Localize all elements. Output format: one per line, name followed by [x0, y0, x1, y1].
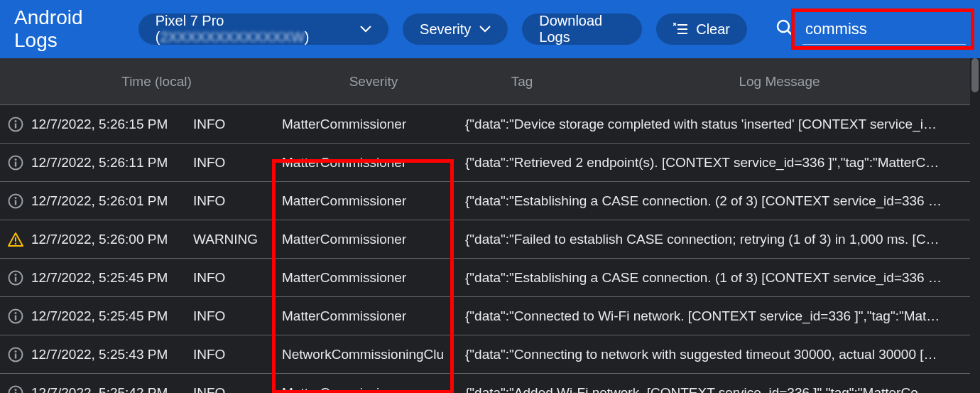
download-logs-button[interactable]: Download Logs — [522, 14, 642, 45]
cell-tag: NetworkCommissioningClu — [282, 347, 465, 362]
cell-severity: INFO — [193, 193, 282, 209]
chevron-down-icon — [479, 26, 491, 33]
cell-message: {"data":"Device storage completed with s… — [465, 117, 980, 132]
col-header-severity: Severity — [282, 74, 465, 90]
col-header-time: Time (local) — [31, 74, 282, 90]
table-row[interactable]: 12/7/2022, 5:26:01 PMINFOMatterCommissio… — [0, 182, 980, 220]
download-logs-label: Download Logs — [539, 13, 625, 45]
svg-point-25 — [15, 350, 17, 352]
info-icon — [8, 155, 23, 171]
cell-message: {"data":"Added Wi-Fi network. [CONTEXT s… — [465, 385, 980, 394]
cell-time: 12/7/2022, 5:26:00 PM — [31, 232, 193, 247]
svg-point-14 — [15, 197, 17, 199]
cell-tag: MatterCommissioner — [282, 155, 465, 171]
cell-time: 12/7/2022, 5:25:45 PM — [31, 270, 193, 286]
cell-time: 12/7/2022, 5:26:11 PM — [31, 155, 193, 171]
cell-severity: INFO — [193, 155, 282, 171]
table-row[interactable]: 12/7/2022, 5:25:43 PMINFONetworkCommissi… — [0, 335, 980, 374]
search-icon — [775, 18, 794, 40]
search-input[interactable] — [802, 14, 966, 45]
svg-rect-16 — [15, 237, 16, 242]
svg-point-22 — [15, 312, 17, 314]
clear-list-icon — [673, 23, 687, 36]
cell-message: {"data":"Connected to Wi-Fi network. [CO… — [465, 308, 980, 324]
col-header-tag: Tag — [465, 74, 579, 90]
svg-point-11 — [15, 158, 17, 161]
svg-point-19 — [15, 274, 17, 276]
cell-message: {"data":"Retrieved 2 endpoint(s). [CONTE… — [465, 155, 980, 171]
col-header-message: Log Message — [579, 74, 980, 90]
page-title: Android Logs — [14, 6, 117, 52]
cell-tag: MatterCommissioner — [282, 270, 465, 286]
table-row[interactable]: 12/7/2022, 5:25:42 PMINFOMatterCommissio… — [0, 374, 980, 393]
table-row[interactable]: 12/7/2022, 5:26:11 PMINFOMatterCommissio… — [0, 144, 980, 182]
severity-filter-label: Severity — [420, 21, 471, 38]
svg-point-28 — [15, 389, 17, 391]
cell-severity: INFO — [193, 308, 282, 324]
table-row[interactable]: 12/7/2022, 5:25:45 PMINFOMatterCommissio… — [0, 259, 980, 297]
svg-rect-12 — [15, 161, 16, 166]
table-row[interactable]: 12/7/2022, 5:26:15 PMINFOMatterCommissio… — [0, 105, 980, 144]
cell-message: {"data":"Establishing a CASE connection.… — [465, 193, 980, 209]
svg-point-8 — [15, 120, 17, 122]
cell-time: 12/7/2022, 5:25:43 PM — [31, 347, 193, 362]
info-icon — [8, 193, 23, 209]
svg-point-17 — [15, 242, 17, 244]
scrollbar-thumb[interactable] — [971, 58, 979, 92]
warning-icon — [7, 232, 24, 247]
cell-severity: WARNING — [193, 232, 282, 247]
cell-severity: INFO — [193, 347, 282, 362]
svg-line-6 — [788, 31, 793, 36]
severity-filter[interactable]: Severity — [403, 14, 508, 45]
info-icon — [8, 117, 23, 132]
table-row[interactable]: 12/7/2022, 5:25:45 PMINFOMatterCommissio… — [0, 297, 980, 335]
cell-tag: MatterCommissioner — [282, 117, 465, 132]
svg-point-5 — [778, 21, 789, 32]
svg-rect-20 — [15, 276, 16, 281]
clear-button[interactable]: Clear — [656, 14, 747, 45]
cell-severity: INFO — [193, 117, 282, 132]
cell-time: 12/7/2022, 5:25:42 PM — [31, 385, 193, 394]
device-selector[interactable]: Pixel 7 Pro (2XXXXXXXXXXXXXW) — [138, 14, 388, 45]
svg-rect-26 — [15, 353, 16, 358]
svg-rect-15 — [15, 200, 16, 205]
cell-time: 12/7/2022, 5:25:45 PM — [31, 308, 193, 324]
table-header: Time (local) Severity Tag Log Message — [0, 58, 980, 105]
cell-tag: MatterCommissioner — [282, 193, 465, 209]
info-icon — [8, 385, 23, 394]
table-row[interactable]: 12/7/2022, 5:26:00 PMWARNINGMatterCommis… — [0, 220, 980, 259]
info-icon — [8, 308, 23, 324]
cell-time: 12/7/2022, 5:26:01 PM — [31, 193, 193, 209]
cell-tag: MatterCommissioner — [282, 385, 465, 394]
info-icon — [8, 270, 23, 286]
device-id-obscured: 2XXXXXXXXXXXXXW — [160, 29, 304, 45]
scrollbar-track[interactable] — [970, 58, 980, 393]
search-container — [775, 14, 966, 45]
cell-severity: INFO — [193, 385, 282, 394]
cell-message: {"data":"Establishing a CASE connection.… — [465, 270, 980, 286]
svg-rect-9 — [15, 123, 16, 128]
cell-severity: INFO — [193, 270, 282, 286]
device-name-suffix: ) — [305, 29, 310, 45]
svg-rect-23 — [15, 315, 16, 320]
clear-label: Clear — [696, 21, 730, 38]
info-icon — [8, 347, 23, 362]
cell-tag: MatterCommissioner — [282, 232, 465, 247]
cell-message: {"data":"Connecting to network with sugg… — [465, 347, 980, 362]
header-bar: Android Logs Pixel 7 Pro (2XXXXXXXXXXXXX… — [0, 0, 980, 58]
cell-message: {"data":"Failed to establish CASE connec… — [465, 232, 980, 247]
cell-tag: MatterCommissioner — [282, 308, 465, 324]
log-table: Time (local) Severity Tag Log Message 12… — [0, 58, 980, 393]
chevron-down-icon — [360, 26, 371, 33]
cell-time: 12/7/2022, 5:26:15 PM — [31, 117, 193, 132]
